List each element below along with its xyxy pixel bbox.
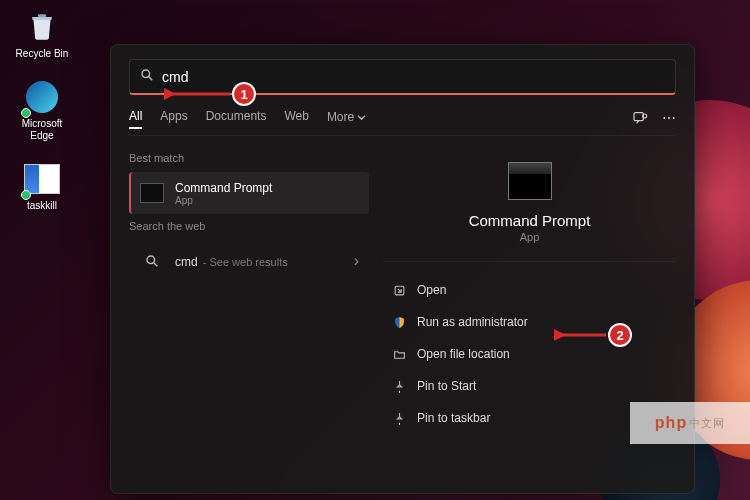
- taskkill-shortcut[interactable]: taskkill: [12, 160, 72, 212]
- action-open[interactable]: Open: [383, 274, 676, 306]
- svg-line-2: [149, 76, 153, 80]
- action-label: Open file location: [417, 347, 510, 361]
- tab-documents[interactable]: Documents: [206, 109, 267, 129]
- action-label: Open: [417, 283, 446, 297]
- filter-tabs-row: All Apps Documents Web More ⋯: [129, 109, 676, 136]
- svg-rect-0: [38, 14, 47, 17]
- action-label: Pin to Start: [417, 379, 476, 393]
- search-icon: [139, 248, 165, 274]
- result-command-prompt[interactable]: Command Prompt App: [129, 172, 369, 214]
- action-pin-to-start[interactable]: Pin to Start: [383, 370, 676, 402]
- tab-more[interactable]: More: [327, 109, 366, 129]
- document-icon: [24, 164, 60, 194]
- section-best-match: Best match: [129, 152, 369, 164]
- result-title: Command Prompt: [175, 181, 272, 195]
- edge-icon: [26, 81, 58, 113]
- desktop-icons: Recycle Bin Microsoft Edge taskkill: [12, 8, 72, 212]
- action-open-file-location[interactable]: Open file location: [383, 338, 676, 370]
- recycle-bin[interactable]: Recycle Bin: [12, 8, 72, 60]
- search-input[interactable]: [162, 69, 665, 85]
- preview-title: Command Prompt: [469, 212, 591, 229]
- svg-point-4: [643, 114, 647, 118]
- open-icon: [391, 284, 407, 297]
- results-column: Best match Command Prompt App Search the…: [129, 146, 369, 483]
- preview-subtitle: App: [520, 231, 540, 243]
- app-preview-icon: [508, 162, 552, 200]
- section-search-web: Search the web: [129, 220, 369, 232]
- svg-point-5: [147, 256, 155, 264]
- search-icon: [140, 68, 154, 86]
- feedback-button[interactable]: [632, 110, 648, 129]
- watermark-suffix: 中文网: [689, 416, 725, 431]
- chevron-right-icon: ›: [354, 252, 359, 270]
- terminal-icon: [140, 183, 164, 203]
- watermark: php中文网: [630, 402, 750, 444]
- recycle-bin-icon: [23, 8, 61, 46]
- folder-icon: [391, 348, 407, 361]
- desktop-icon-label: Recycle Bin: [16, 48, 69, 60]
- watermark-brand: php: [655, 414, 687, 432]
- result-subtitle: App: [175, 195, 272, 206]
- pin-icon: [391, 412, 407, 425]
- status-indicator: [21, 108, 31, 118]
- tab-all[interactable]: All: [129, 109, 142, 129]
- desktop-icon-label: taskkill: [27, 200, 57, 212]
- action-label: Pin to taskbar: [417, 411, 490, 425]
- pin-icon: [391, 380, 407, 393]
- tab-more-label: More: [327, 110, 354, 124]
- web-term: cmd: [175, 255, 198, 269]
- tab-web[interactable]: Web: [284, 109, 308, 129]
- svg-point-1: [142, 70, 150, 78]
- shield-icon: [391, 316, 407, 329]
- web-hint: - See web results: [200, 256, 288, 268]
- result-web-search[interactable]: cmd - See web results ›: [129, 240, 369, 282]
- more-options-button[interactable]: ⋯: [662, 110, 676, 129]
- tab-apps[interactable]: Apps: [160, 109, 187, 129]
- svg-rect-3: [634, 112, 643, 120]
- search-bar[interactable]: [129, 59, 676, 95]
- microsoft-edge[interactable]: Microsoft Edge: [12, 78, 72, 142]
- chevron-down-icon: [357, 113, 366, 122]
- desktop-icon-label: Microsoft Edge: [12, 118, 72, 142]
- action-run-as-admin[interactable]: Run as administrator: [383, 306, 676, 338]
- start-search-panel: All Apps Documents Web More ⋯ Best match…: [110, 44, 695, 494]
- status-indicator: [21, 190, 31, 200]
- action-label: Run as administrator: [417, 315, 528, 329]
- svg-line-6: [154, 263, 158, 267]
